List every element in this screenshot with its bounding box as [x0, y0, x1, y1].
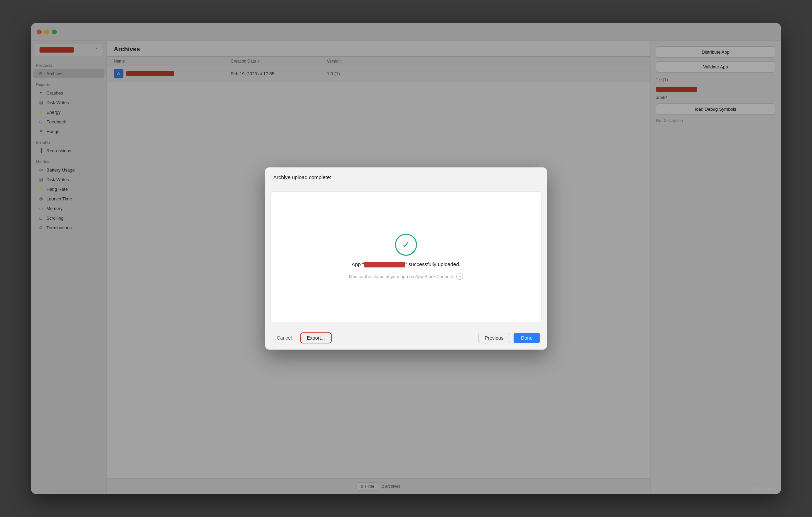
success-prefix: App " [352, 261, 364, 267]
modal-footer: Cancel Export... Previous Done [265, 328, 547, 350]
success-message: App "" successfully uploaded. [352, 261, 461, 267]
app-name-redacted-modal [364, 262, 405, 267]
success-checkmark-icon: ✓ [395, 234, 417, 256]
success-suffix: " successfully uploaded. [405, 261, 460, 267]
modal-footer-right: Previous Done [478, 333, 540, 343]
previous-button[interactable]: Previous [478, 333, 510, 343]
cancel-button[interactable]: Cancel [272, 332, 297, 343]
main-window: ⌃ Products ⊞ Archives Reports ✦ Crashes … [31, 23, 781, 494]
modal-footer-left: Cancel Export... [272, 332, 332, 343]
modal-overlay: Archive upload complete: ✓ App "" succes… [31, 23, 781, 494]
app-store-connect-arrow-icon[interactable]: → [456, 273, 463, 280]
done-button[interactable]: Done [514, 333, 540, 343]
modal-content-area: ✓ App "" successfully uploaded. Monitor … [271, 191, 541, 322]
modal-dialog: Archive upload complete: ✓ App "" succes… [265, 167, 547, 350]
modal-title: Archive upload complete: [265, 167, 547, 186]
export-button[interactable]: Export... [300, 332, 332, 343]
monitor-status-text: Monitor the status of your app on App St… [349, 273, 463, 280]
